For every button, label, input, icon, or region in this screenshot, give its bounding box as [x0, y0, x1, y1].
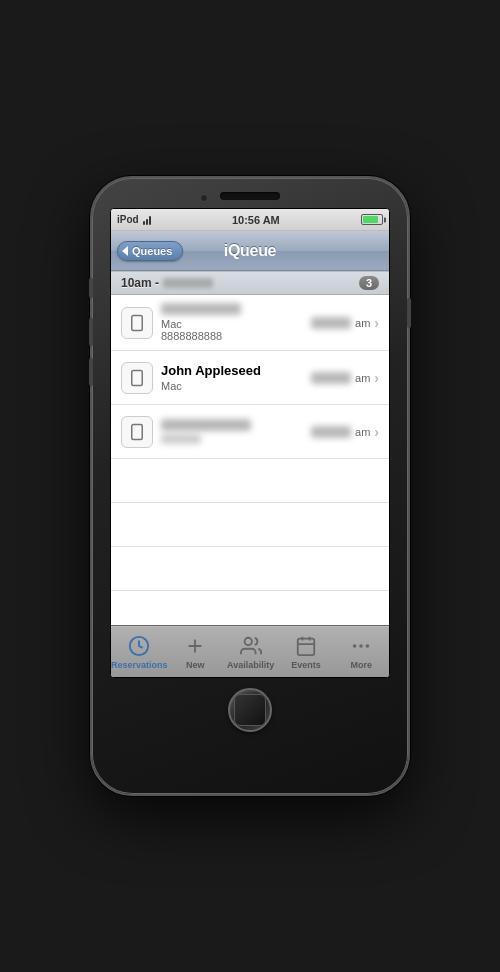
phone-shell: iPod 10:56 AM Queues iQueue — [90, 176, 410, 796]
tab-reservations[interactable]: Reservations — [111, 626, 168, 677]
contact-icon-1 — [121, 307, 153, 339]
front-camera — [200, 194, 208, 202]
item-2-name: John Appleseed — [161, 363, 311, 378]
nav-title: iQueue — [224, 242, 276, 260]
back-button-label: Queues — [132, 245, 172, 257]
earpiece-speaker — [220, 192, 280, 200]
status-right — [361, 214, 383, 225]
mute-button[interactable] — [89, 278, 93, 298]
tab-events[interactable]: Events — [278, 626, 333, 677]
home-button[interactable] — [228, 688, 272, 732]
volume-down-button[interactable] — [89, 358, 93, 386]
empty-row — [111, 591, 389, 625]
tab-availability[interactable]: Availability — [223, 626, 278, 677]
battery-fill — [363, 216, 378, 223]
volume-up-button[interactable] — [89, 318, 93, 346]
item-3-right: am › — [311, 424, 379, 440]
empty-row — [111, 503, 389, 547]
item-1-sub2: 8888888888 — [161, 330, 311, 342]
svg-rect-0 — [132, 315, 143, 330]
item-3-sub-blurred — [161, 434, 201, 444]
item-1-time-blurred — [311, 317, 351, 329]
item-1-sub1: Mac — [161, 318, 311, 330]
item-1-content: Mac 8888888888 — [161, 303, 311, 342]
phone-icon-2 — [128, 369, 146, 387]
new-icon — [183, 634, 207, 658]
screen: iPod 10:56 AM Queues iQueue — [110, 208, 390, 678]
tab-more[interactable]: More — [334, 626, 389, 677]
carrier-label: iPod — [117, 214, 139, 225]
phone-icon-3 — [128, 423, 146, 441]
item-3-time-blurred — [311, 426, 351, 438]
section-title-blurred — [163, 278, 213, 288]
item-1-name-blurred — [161, 303, 241, 315]
section-header: 10am - 3 — [111, 271, 389, 295]
queues-back-button[interactable]: Queues — [117, 241, 183, 261]
section-time-label: 10am - — [121, 276, 159, 290]
item-1-right: am › — [311, 315, 379, 331]
events-icon — [294, 634, 318, 658]
status-left: iPod — [117, 214, 151, 225]
empty-row — [111, 547, 389, 591]
phone-icon — [128, 314, 146, 332]
svg-rect-2 — [132, 370, 143, 385]
svg-point-7 — [244, 637, 251, 644]
list-item[interactable]: John Appleseed Mac am › — [111, 351, 389, 405]
power-button[interactable] — [407, 298, 411, 328]
list-item[interactable]: am › — [111, 405, 389, 459]
item-2-sub1: Mac — [161, 380, 311, 392]
tab-availability-label: Availability — [227, 660, 274, 670]
content-area: 10am - 3 Mac — [111, 271, 389, 625]
contact-icon-3 — [121, 416, 153, 448]
item-3-time-suffix: am — [355, 426, 370, 438]
item-3-name-blurred — [161, 419, 251, 431]
section-header-left: 10am - — [121, 276, 213, 290]
status-bar: iPod 10:56 AM — [111, 209, 389, 231]
wifi-icon — [143, 215, 151, 225]
section-badge: 3 — [359, 276, 379, 290]
list-item[interactable]: Mac 8888888888 am › — [111, 295, 389, 351]
tab-new[interactable]: New — [168, 626, 223, 677]
chevron-icon-1: › — [374, 315, 379, 331]
svg-point-12 — [353, 644, 357, 648]
item-2-time-suffix: am — [355, 372, 370, 384]
reservations-icon — [127, 634, 151, 658]
svg-point-14 — [366, 644, 370, 648]
item-2-time-blurred — [311, 372, 351, 384]
item-2-right: am › — [311, 370, 379, 386]
item-2-content: John Appleseed Mac — [161, 363, 311, 392]
tab-new-label: New — [186, 660, 205, 670]
svg-rect-3 — [132, 424, 143, 439]
availability-icon — [239, 634, 263, 658]
item-3-content — [161, 419, 311, 444]
navigation-bar: Queues iQueue — [111, 231, 389, 271]
contact-icon-2 — [121, 362, 153, 394]
reservations-list: Mac 8888888888 am › — [111, 295, 389, 625]
empty-row — [111, 459, 389, 503]
tab-reservations-label: Reservations — [111, 660, 168, 670]
battery-icon — [361, 214, 383, 225]
chevron-icon-2: › — [374, 370, 379, 386]
tab-more-label: More — [351, 660, 373, 670]
status-time: 10:56 AM — [232, 214, 280, 226]
more-icon — [349, 634, 373, 658]
empty-rows — [111, 459, 389, 625]
svg-point-13 — [360, 644, 364, 648]
svg-rect-8 — [298, 638, 315, 655]
tab-bar: Reservations New — [111, 625, 389, 677]
chevron-icon-3: › — [374, 424, 379, 440]
home-button-inner — [234, 694, 266, 726]
tab-events-label: Events — [291, 660, 321, 670]
item-1-time-suffix: am — [355, 317, 370, 329]
